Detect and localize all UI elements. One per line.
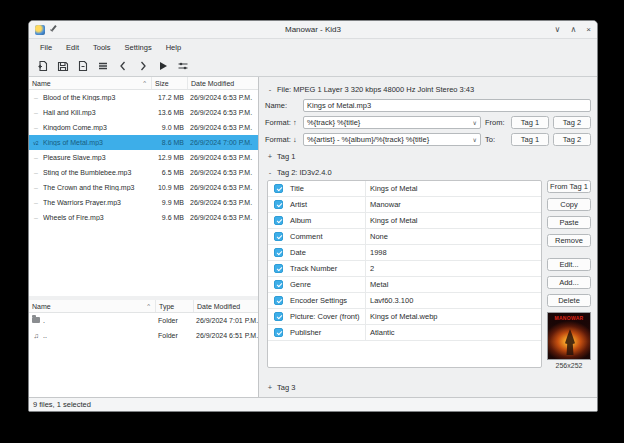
cover-art-wrap: MANOWAR 256x252 xyxy=(547,312,591,369)
format-down-label: Format: ↓ xyxy=(265,135,299,144)
tag2-paste-button[interactable]: Paste xyxy=(547,216,591,229)
frame-checkbox[interactable] xyxy=(268,312,288,321)
file-section-header[interactable]: - File: MPEG 1 Layer 3 320 kbps 48000 Hz… xyxy=(267,83,591,95)
dir-name-cell: . xyxy=(43,317,156,324)
maximize-icon[interactable]: ∧ xyxy=(570,22,576,38)
settings-icon[interactable] xyxy=(175,58,191,74)
tag2-add-button[interactable]: Add... xyxy=(547,276,591,289)
checked-checkbox-icon xyxy=(274,264,283,273)
frame-checkbox[interactable] xyxy=(268,296,288,305)
column-header-date[interactable]: Date Modified xyxy=(194,300,258,312)
tag3-section-header[interactable]: + Tag 3 xyxy=(267,381,591,393)
folder-icon xyxy=(32,317,40,323)
status-text: 9 files, 1 selected xyxy=(33,400,91,409)
playlist-icon[interactable] xyxy=(95,58,111,74)
list-item[interactable]: ♫..Folder26/9/2024 6:51 P.M. xyxy=(29,328,258,343)
menu-file[interactable]: File xyxy=(33,41,59,54)
save-icon[interactable] xyxy=(55,58,71,74)
file-size-cell: 9.9 MB xyxy=(152,199,188,206)
frame-value-cell[interactable]: 2 xyxy=(366,264,541,273)
table-row[interactable]: v2Kings of Metal.mp38.6 MB26/9/2024 7:00… xyxy=(29,135,258,150)
tag2-section-header[interactable]: - Tag 2: ID3v2.4.0 xyxy=(267,166,591,178)
file-date-cell: 26/9/2024 6:53 P.M. xyxy=(188,124,258,131)
menu-help[interactable]: Help xyxy=(159,41,188,54)
collapse-indicator-icon: - xyxy=(267,85,273,94)
table-row[interactable]: –Sting of the Bumblebee.mp36.5 MB26/9/20… xyxy=(29,165,258,180)
frame-value-cell[interactable]: Kings of Metal xyxy=(366,184,541,193)
table-row[interactable]: –Wheels of Fire.mp39.6 MB26/9/2024 6:53 … xyxy=(29,210,258,225)
format-up-combobox[interactable]: %{track} %{title} ∨ xyxy=(303,116,481,129)
filename-input[interactable] xyxy=(303,99,591,112)
column-header-name[interactable]: Name ^ xyxy=(29,300,156,312)
tag-frame-row: ArtistManowar xyxy=(268,197,541,213)
table-row[interactable]: –The Warriors Prayer.mp39.9 MB26/9/2024 … xyxy=(29,195,258,210)
tag2-delete-button[interactable]: Delete xyxy=(547,294,591,307)
frame-value-cell[interactable]: Atlantic xyxy=(366,328,541,337)
name-label: Name: xyxy=(265,101,299,110)
menu-settings[interactable]: Settings xyxy=(118,41,159,54)
frame-checkbox[interactable] xyxy=(268,264,288,273)
menu-tools[interactable]: Tools xyxy=(86,41,118,54)
format-down-combobox[interactable]: %{artist} - %{album}/%{track} %{title} ∨ xyxy=(303,133,481,146)
tag2-remove-button[interactable]: Remove xyxy=(547,234,591,247)
play-icon[interactable] xyxy=(155,58,171,74)
sort-ascending-icon: ^ xyxy=(143,80,148,86)
open-file-icon[interactable] xyxy=(35,58,51,74)
main-area: Name ^ Size Date Modified –Blood of the … xyxy=(29,77,597,397)
frame-checkbox[interactable] xyxy=(268,232,288,241)
close-icon[interactable]: × xyxy=(586,22,591,38)
tag-frame-row: PublisherAtlantic xyxy=(268,325,541,341)
frame-value-cell[interactable]: Lavf60.3.100 xyxy=(366,296,541,305)
dir-name-cell: .. xyxy=(43,332,156,339)
tag1-section-header[interactable]: + Tag 1 xyxy=(267,150,591,162)
minimize-icon[interactable]: ∨ xyxy=(555,22,561,38)
frame-value-cell[interactable]: None xyxy=(366,232,541,241)
frame-checkbox[interactable] xyxy=(268,184,288,193)
from-label: From: xyxy=(485,118,507,127)
table-row[interactable]: –The Crown and the Ring.mp310.9 MB26/9/2… xyxy=(29,180,258,195)
frame-name-cell: Date xyxy=(288,245,366,260)
column-header-type[interactable]: Type xyxy=(156,300,194,312)
tag2-copy-button[interactable]: Copy xyxy=(547,198,591,211)
desktop-background: Manowar - Kid3 ∨ ∧ × FileEditToolsSettin… xyxy=(0,0,624,443)
next-file-icon[interactable] xyxy=(135,58,151,74)
tag2-frame-table: TitleKings of MetalArtistManowarAlbumKin… xyxy=(267,180,542,368)
chevron-down-icon: ∨ xyxy=(473,136,477,143)
frame-checkbox[interactable] xyxy=(268,248,288,257)
revert-icon[interactable] xyxy=(75,58,91,74)
album-cover-art: MANOWAR xyxy=(547,312,591,360)
tag2-from-tag-1-button[interactable]: From Tag 1 xyxy=(547,180,591,193)
previous-file-icon[interactable] xyxy=(115,58,131,74)
file-rows: –Blood of the Kings.mp317.2 MB26/9/2024 … xyxy=(29,90,258,225)
from-tag1-button[interactable]: Tag 1 xyxy=(511,116,549,129)
frame-value-cell[interactable]: Metal xyxy=(366,280,541,289)
list-item[interactable]: .Folder26/9/2024 7:01 P.M. xyxy=(29,313,258,328)
tag-frame-row: Date1998 xyxy=(268,245,541,261)
frame-value-cell[interactable]: Kings of Metal.webp xyxy=(366,312,541,321)
file-name-cell: Kingdom Come.mp3 xyxy=(43,124,152,131)
column-header-name[interactable]: Name ^ xyxy=(29,77,152,89)
file-date-cell: 26/9/2024 6:53 P.M. xyxy=(188,94,258,101)
menu-edit[interactable]: Edit xyxy=(59,41,86,54)
column-header-date[interactable]: Date Modified xyxy=(188,77,258,89)
to-tag2-button[interactable]: Tag 2 xyxy=(553,133,591,146)
title-bar[interactable]: Manowar - Kid3 ∨ ∧ × xyxy=(29,21,597,39)
table-row[interactable]: –Kingdom Come.mp39.0 MB26/9/2024 6:53 P.… xyxy=(29,120,258,135)
table-row[interactable]: –Hail and Kill.mp313.6 MB26/9/2024 6:53 … xyxy=(29,105,258,120)
from-tag2-button[interactable]: Tag 2 xyxy=(553,116,591,129)
frame-checkbox[interactable] xyxy=(268,280,288,289)
frame-value-cell[interactable]: Kings of Metal xyxy=(366,216,541,225)
file-size-cell: 10.9 MB xyxy=(152,184,188,191)
to-tag1-button[interactable]: Tag 1 xyxy=(511,133,549,146)
column-header-size[interactable]: Size xyxy=(152,77,188,89)
tag2-edit-button[interactable]: Edit... xyxy=(547,258,591,271)
checked-checkbox-icon xyxy=(274,184,283,193)
frame-checkbox[interactable] xyxy=(268,328,288,337)
frame-value-cell[interactable]: 1998 xyxy=(366,248,541,257)
table-row[interactable]: –Blood of the Kings.mp317.2 MB26/9/2024 … xyxy=(29,90,258,105)
table-row[interactable]: –Pleasure Slave.mp312.9 MB26/9/2024 6:53… xyxy=(29,150,258,165)
tag-frame-row: TitleKings of Metal xyxy=(268,181,541,197)
frame-checkbox[interactable] xyxy=(268,216,288,225)
frame-value-cell[interactable]: Manowar xyxy=(366,200,541,209)
frame-checkbox[interactable] xyxy=(268,200,288,209)
